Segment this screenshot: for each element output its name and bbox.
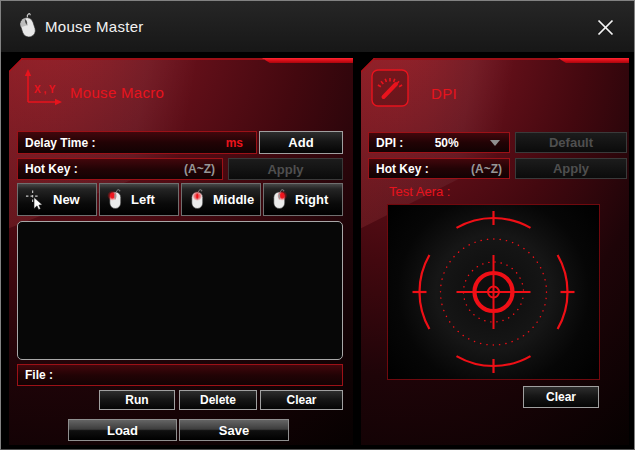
file-input[interactable] [57, 368, 335, 382]
macro-apply-button[interactable]: Apply [228, 158, 343, 180]
test-area-label: Test Aera : [389, 184, 450, 199]
mouse-left-icon [107, 188, 124, 211]
new-crosshair-icon [25, 189, 46, 211]
dpi-panel-title: DPI [431, 85, 457, 102]
new-macro-button[interactable]: New [17, 183, 97, 216]
dpi-select[interactable]: DPI : 50% [368, 132, 510, 153]
mouse-logo-icon [17, 12, 42, 46]
delay-unit-label: ms [226, 136, 249, 150]
record-button-label: Right [295, 192, 328, 207]
crosshair-target-icon [388, 205, 599, 379]
middle-click-button[interactable]: Middle [181, 183, 261, 216]
dpi-hotkey-label: Hot Key : [376, 162, 429, 176]
dpi-hotkey-field[interactable]: Hot Key : [368, 158, 510, 179]
mouse-master-window: Mouse Master X , Y Mouse Macro Delay Tim… [0, 0, 635, 450]
dpi-value: 50% [407, 136, 486, 150]
default-button[interactable]: Default [515, 132, 627, 153]
panel-top-line [21, 58, 264, 60]
dpi-hotkey-input[interactable] [433, 162, 502, 176]
delay-time-input[interactable] [99, 136, 221, 150]
mouse-macro-panel: X , Y Mouse Macro Delay Time : ms Add Ho… [9, 58, 353, 445]
panel-top-line [373, 58, 559, 60]
dpi-test-area[interactable] [387, 204, 600, 380]
macro-list[interactable] [17, 221, 343, 360]
right-click-button[interactable]: Right [263, 183, 343, 216]
save-button[interactable]: Save [179, 419, 289, 441]
record-button-label: Left [131, 192, 155, 207]
dpi-label: DPI : [376, 136, 403, 150]
panel-top-accent [558, 58, 629, 63]
add-button[interactable]: Add [259, 131, 343, 154]
run-button[interactable]: Run [99, 390, 175, 410]
macro-hotkey-label: Hot Key : [25, 162, 78, 176]
mouse-right-icon [271, 188, 288, 211]
window-title: Mouse Master [45, 1, 144, 52]
dpi-apply-button[interactable]: Apply [515, 158, 627, 179]
xy-axis-icon: X , Y [21, 68, 65, 112]
delete-button[interactable]: Delete [179, 390, 257, 410]
panel-top-accent [262, 58, 353, 63]
mouse-middle-icon [189, 188, 206, 211]
dpi-gauge-icon [371, 69, 409, 111]
macro-clear-button[interactable]: Clear [260, 390, 343, 410]
delay-time-label: Delay Time : [25, 136, 95, 150]
record-button-label: Middle [213, 192, 254, 207]
left-click-button[interactable]: Left [99, 183, 179, 216]
file-label: File : [25, 368, 53, 382]
macro-panel-title: Mouse Macro [70, 84, 164, 101]
svg-text:X , Y: X , Y [34, 84, 56, 95]
file-field[interactable]: File : [17, 364, 343, 386]
chevron-down-icon [490, 140, 500, 146]
test-clear-button[interactable]: Clear [523, 386, 599, 408]
close-icon [596, 18, 615, 37]
dpi-panel: DPI DPI : 50% Default Hot Key : Apply Te… [361, 58, 629, 445]
close-button[interactable] [594, 16, 616, 38]
macro-hotkey-field[interactable]: Hot Key : [17, 158, 223, 180]
macro-hotkey-input[interactable] [82, 162, 215, 176]
record-button-label: New [53, 192, 80, 207]
load-button[interactable]: Load [68, 419, 177, 441]
delay-time-field[interactable]: Delay Time : ms [17, 131, 257, 154]
title-bar[interactable]: Mouse Master [1, 1, 634, 52]
